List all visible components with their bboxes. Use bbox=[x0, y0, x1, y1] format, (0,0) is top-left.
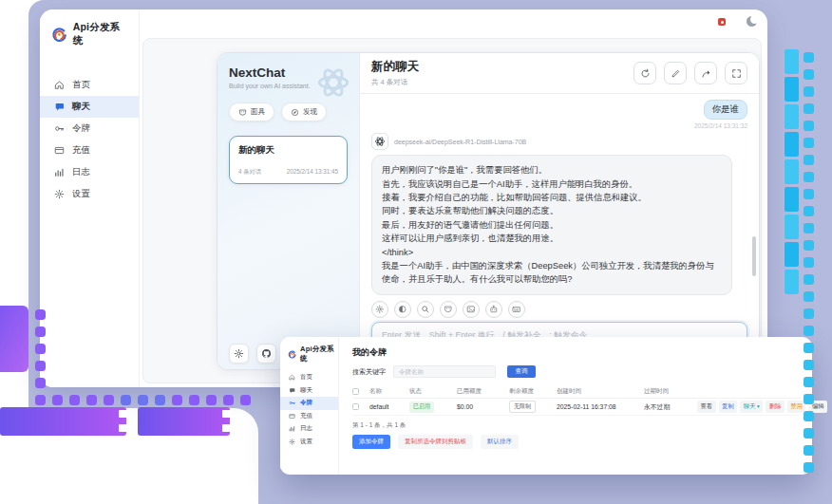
disable-button[interactable]: 禁用 bbox=[787, 401, 806, 413]
mask-tool-button[interactable] bbox=[440, 301, 457, 318]
discover-button[interactable]: 发现 bbox=[281, 103, 327, 121]
mask-icon bbox=[238, 108, 247, 117]
nextchat-settings-button[interactable] bbox=[229, 344, 249, 364]
notification-icon[interactable] bbox=[718, 18, 726, 26]
robot-button[interactable] bbox=[485, 301, 502, 318]
assistant-bubble: 用户刚刚问了"你是谁"，我需要回答他们。 首先，我应该说明自己是一个AI助手，这… bbox=[371, 155, 732, 295]
github-icon bbox=[261, 348, 272, 359]
gear-icon bbox=[54, 189, 65, 199]
created-time: 2025-02-11 16:37:08 bbox=[557, 403, 644, 410]
model-settings-button[interactable] bbox=[371, 301, 388, 318]
sidebar-item-chat[interactable]: 聊天 bbox=[40, 96, 139, 118]
view-button[interactable]: 查看 bbox=[697, 401, 716, 413]
chat-scrollbar[interactable] bbox=[752, 236, 756, 276]
pencil-icon bbox=[671, 68, 681, 79]
token-name: default bbox=[369, 403, 409, 410]
expand-icon bbox=[731, 68, 742, 79]
copy-selected-button[interactable]: 复制所选令牌到剪贴板 bbox=[398, 435, 473, 449]
card-icon bbox=[54, 145, 65, 156]
assistant-message: deepseek-ai/DeepSeek-R1-Distill-Llama-70… bbox=[371, 133, 747, 298]
chart-icon bbox=[289, 425, 295, 432]
model-name: deepseek-ai/DeepSeek-R1-Distill-Llama-70… bbox=[394, 139, 526, 145]
sidebar-item-home[interactable]: 首页 bbox=[280, 371, 338, 384]
theme-icon bbox=[398, 305, 407, 314]
theme-button[interactable] bbox=[394, 301, 411, 318]
sidebar-item-settings[interactable]: 设置 bbox=[280, 436, 338, 449]
share-button[interactable] bbox=[694, 62, 717, 84]
card-icon bbox=[289, 413, 295, 420]
chat-header: 新的聊天 共 4 条对话 bbox=[360, 53, 759, 94]
sidebar-item-tokens[interactable]: 令牌 bbox=[40, 118, 139, 140]
chat-toolbar bbox=[360, 298, 759, 320]
page-title: 我的令牌 bbox=[352, 346, 801, 359]
robot-icon bbox=[489, 305, 499, 314]
select-all-checkbox[interactable] bbox=[352, 388, 359, 395]
refresh-icon bbox=[640, 68, 651, 79]
chat-action-button[interactable]: 聊天 ▾ bbox=[740, 401, 763, 413]
shortcut-button[interactable] bbox=[508, 301, 525, 318]
home-icon bbox=[54, 80, 65, 90]
token-search-input[interactable] bbox=[393, 365, 496, 378]
sidebar-item-chat[interactable]: 聊天 bbox=[280, 384, 338, 398]
app-logo: Api分发系统 bbox=[40, 9, 139, 53]
app-logo-icon bbox=[288, 349, 296, 360]
edit-button[interactable]: 编辑 bbox=[808, 401, 827, 413]
sidebar-item-recharge[interactable]: 充值 bbox=[40, 140, 139, 161]
bottom-left-white-notch bbox=[0, 408, 258, 504]
sidebar-item-logs[interactable]: 日志 bbox=[40, 161, 139, 183]
remaining-quota-badge: 无限制 bbox=[509, 401, 536, 413]
app-logo: Api分发系统 bbox=[280, 337, 338, 365]
sidebar-item-tokens[interactable]: 令牌 bbox=[280, 397, 338, 410]
pagination-info: 第 1 - 1 条，共 1 条 bbox=[352, 421, 801, 430]
collapse-arrow[interactable]: ‹ bbox=[806, 428, 809, 438]
nextchat-logo-icon bbox=[315, 65, 351, 101]
gear-icon bbox=[289, 439, 295, 445]
status-badge: 已启用 bbox=[409, 401, 434, 413]
keyboard-icon bbox=[512, 305, 521, 314]
used-quota: $0.00 bbox=[457, 403, 509, 410]
copy-button[interactable]: 复制 bbox=[719, 401, 738, 413]
session-time: 2025/2/14 13:31:45 bbox=[287, 168, 338, 177]
purple-square-decoration bbox=[0, 306, 28, 372]
chat-icon bbox=[289, 387, 295, 394]
add-token-button[interactable]: 添加令牌 bbox=[352, 435, 390, 449]
chat-icon bbox=[54, 102, 65, 112]
gear-icon bbox=[234, 348, 244, 359]
delete-button[interactable]: 删除 bbox=[766, 401, 785, 413]
openai-flower-icon bbox=[374, 136, 386, 147]
row-checkbox[interactable] bbox=[352, 403, 359, 410]
search-label: 搜索关键字 bbox=[352, 367, 386, 377]
app-sidebar: Api分发系统 首页 聊天 令牌 充值 日志 设置 bbox=[40, 9, 140, 387]
table-header: 名称 状态 已用额度 剩余额度 创建时间 过期时间 bbox=[352, 385, 801, 399]
query-button[interactable]: 查询 bbox=[507, 365, 536, 378]
mask-button[interactable]: 面具 bbox=[229, 103, 274, 121]
theme-toggle-icon[interactable] bbox=[747, 16, 757, 27]
sidebar-item-recharge[interactable]: 充值 bbox=[280, 410, 338, 423]
sidebar-item-settings[interactable]: 设置 bbox=[40, 183, 139, 205]
main-app-window: Api分发系统 首页 聊天 令牌 充值 日志 设置 NextChat Build… bbox=[40, 9, 767, 387]
token-window: Api分发系统 首页 聊天 令牌 充值 日志 设置 我的令牌 搜索关键字 查询 … bbox=[280, 337, 812, 475]
image-button[interactable] bbox=[463, 301, 480, 318]
chart-icon bbox=[54, 167, 65, 177]
sidebar-item-home[interactable]: 首页 bbox=[40, 74, 139, 96]
app-title: Api分发系统 bbox=[300, 345, 334, 364]
sidebar-item-logs[interactable]: 日志 bbox=[280, 422, 338, 436]
session-count: 4 条对话 bbox=[238, 168, 261, 177]
rename-button[interactable] bbox=[664, 62, 687, 84]
nextchat-window: NextChat Build your own AI assistant. 面具… bbox=[217, 52, 760, 370]
default-sort-button[interactable]: 默认排序 bbox=[481, 435, 519, 449]
expiry-time: 永不过期 bbox=[644, 402, 697, 412]
refresh-button[interactable] bbox=[633, 62, 656, 84]
fullscreen-button[interactable] bbox=[725, 62, 747, 84]
github-button[interactable] bbox=[256, 344, 276, 364]
app-logo-icon bbox=[51, 27, 67, 43]
token-sidebar: Api分发系统 首页 聊天 令牌 充值 日志 设置 bbox=[280, 337, 339, 475]
image-icon bbox=[466, 305, 476, 314]
chat-subtitle: 共 4 条对话 bbox=[371, 78, 419, 87]
key-icon bbox=[289, 400, 295, 406]
prompt-button[interactable] bbox=[417, 301, 434, 318]
chat-title: 新的聊天 bbox=[371, 59, 419, 75]
chat-session-item[interactable]: 新的聊天 4 条对话 2025/2/14 13:31:45 bbox=[229, 136, 348, 184]
mask-icon bbox=[444, 305, 453, 314]
share-icon bbox=[701, 68, 711, 79]
